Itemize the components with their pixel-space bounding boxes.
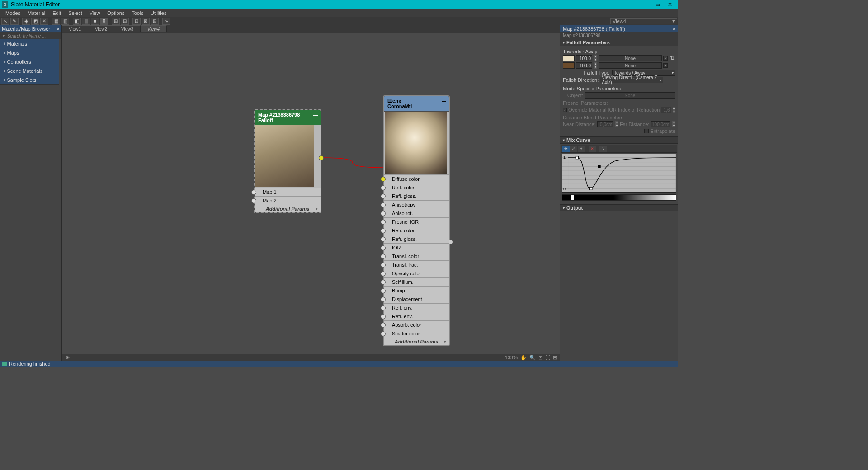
- panel-subtitle[interactable]: Map #2138386798: [560, 32, 678, 39]
- close-button[interactable]: ✕: [664, 0, 676, 9]
- menu-edit[interactable]: Edit: [49, 10, 65, 16]
- nav-icon[interactable]: ⊞: [553, 355, 557, 361]
- socket-icon[interactable]: [251, 190, 256, 195]
- category-materials[interactable]: + Materials: [0, 39, 59, 48]
- tool-icon[interactable]: ∿: [162, 18, 170, 25]
- nav-icon[interactable]: ✋: [520, 355, 527, 361]
- node-footer[interactable]: Additional Params: [384, 338, 449, 345]
- tool-icon[interactable]: ■: [91, 18, 99, 25]
- nav-icon[interactable]: 🔍: [529, 355, 536, 361]
- slot-refr-gloss-[interactable]: Refr. gloss.: [384, 235, 449, 243]
- curve-editor[interactable]: 1 0: [562, 154, 676, 193]
- slot-displacement[interactable]: Displacement: [384, 295, 449, 303]
- spinner-buttons[interactable]: ▴▾: [594, 62, 597, 69]
- slot-self-illum-[interactable]: Self illum.: [384, 277, 449, 286]
- map-button-1[interactable]: None: [599, 55, 662, 61]
- menu-modes[interactable]: Modes: [2, 10, 24, 16]
- slot-transl-frac-[interactable]: Transl. frac.: [384, 260, 449, 269]
- menu-material[interactable]: Material: [24, 10, 49, 16]
- category-controllers[interactable]: + Controllers: [0, 57, 59, 66]
- tool-icon[interactable]: ⊞: [151, 18, 159, 25]
- category-scene-materials[interactable]: + Scene Materials: [0, 66, 59, 75]
- navigator-icon[interactable]: ⛯: [65, 355, 71, 360]
- node-header[interactable]: Шелк CoronaMtl —: [384, 96, 449, 111]
- socket-icon[interactable]: [251, 198, 256, 203]
- output-socket[interactable]: [319, 155, 324, 160]
- socket-icon[interactable]: [381, 185, 386, 190]
- tool-icon[interactable]: ▒: [82, 18, 90, 25]
- slot-diffuse-color[interactable]: Diffuse color: [384, 174, 449, 183]
- menu-utilities[interactable]: Utilities: [147, 10, 170, 16]
- maximize-button[interactable]: ▭: [651, 0, 664, 9]
- socket-icon[interactable]: [381, 245, 386, 250]
- tool-icon[interactable]: ⊠: [142, 18, 150, 25]
- socket-icon[interactable]: [381, 323, 386, 328]
- falloff-direction-dropdown[interactable]: Viewing Directi...(Camera Z-Axis): [600, 77, 663, 83]
- menu-tools[interactable]: Tools: [128, 10, 147, 16]
- node-canvas[interactable]: Map #2138386798 Falloff — Map 1 Map 2 Ad…: [62, 33, 560, 361]
- color-swatch-1[interactable]: [563, 55, 575, 61]
- socket-icon[interactable]: [381, 331, 386, 336]
- tab-view2[interactable]: View2: [88, 25, 114, 32]
- curve-delete-icon[interactable]: ✕: [589, 146, 596, 152]
- slot-anisotropy[interactable]: Anisotropy: [384, 200, 449, 209]
- socket-icon[interactable]: [381, 314, 386, 319]
- socket-icon[interactable]: [381, 297, 386, 302]
- tab-view3[interactable]: View3: [114, 25, 141, 32]
- node-falloff[interactable]: Map #2138386798 Falloff — Map 1 Map 2 Ad…: [254, 109, 321, 213]
- checkbox-1[interactable]: ✓: [663, 56, 668, 61]
- rollout-output[interactable]: Output: [560, 204, 678, 212]
- swap-icon[interactable]: ⇅: [669, 55, 675, 61]
- socket-icon[interactable]: [381, 254, 386, 259]
- tab-view1[interactable]: View1: [62, 25, 88, 32]
- socket-icon[interactable]: [381, 194, 386, 199]
- category-sample-slots[interactable]: + Sample Slots: [0, 75, 59, 85]
- slot-refr-env-[interactable]: Refr. env.: [384, 312, 449, 320]
- color-swatch-2[interactable]: [563, 62, 575, 69]
- spinner-buttons[interactable]: ▴▾: [594, 55, 597, 61]
- nav-icon[interactable]: ⊡: [538, 355, 542, 361]
- slot-refr-color[interactable]: Refr. color: [384, 226, 449, 235]
- close-icon[interactable]: ×: [57, 26, 60, 32]
- slot-refl-color[interactable]: Refl. color: [384, 183, 449, 192]
- tool-icon[interactable]: ▥: [61, 18, 69, 25]
- slot-aniso-rot-[interactable]: Aniso rot.: [384, 209, 449, 217]
- slot-bump[interactable]: Bump: [384, 286, 449, 295]
- node-header[interactable]: Map #2138386798 Falloff —: [255, 110, 321, 125]
- slot-map2[interactable]: Map 2: [255, 196, 321, 205]
- assign-material-icon[interactable]: ◉: [22, 18, 30, 25]
- socket-icon[interactable]: [381, 228, 386, 233]
- slot-refl-gloss-[interactable]: Refl. gloss.: [384, 192, 449, 200]
- collapse-icon[interactable]: —: [313, 113, 318, 118]
- socket-icon[interactable]: [381, 271, 386, 276]
- category-maps[interactable]: + Maps: [0, 48, 59, 57]
- checkbox-2[interactable]: ✓: [663, 63, 668, 68]
- menu-select[interactable]: Select: [65, 10, 86, 16]
- tool-icon[interactable]: ⊡: [132, 18, 141, 25]
- arrow-tool-icon[interactable]: ↖: [1, 18, 9, 25]
- rollout-mix-curve[interactable]: Mix Curve: [560, 136, 678, 144]
- node-corona[interactable]: Шелк CoronaMtl — Diffuse colorRefl. colo…: [383, 95, 450, 346]
- rollout-falloff-parameters[interactable]: Falloff Parameters: [560, 39, 678, 46]
- tab-view4[interactable]: View4: [141, 25, 167, 32]
- curve-move-icon[interactable]: ✥: [562, 146, 570, 152]
- tool-icon[interactable]: 0: [100, 18, 108, 25]
- socket-icon[interactable]: [381, 202, 386, 207]
- socket-icon[interactable]: [381, 211, 386, 216]
- slot-fresnel-ior[interactable]: Fresnel IOR: [384, 217, 449, 226]
- delete-icon[interactable]: ✕: [40, 18, 48, 25]
- tool-icon[interactable]: ▦: [52, 18, 60, 25]
- tool-icon[interactable]: ◧: [73, 18, 81, 25]
- slot-refl-env-[interactable]: Refl. env.: [384, 303, 449, 312]
- spinner-2[interactable]: 100,0: [576, 62, 592, 69]
- socket-icon[interactable]: [381, 263, 386, 268]
- socket-icon[interactable]: [381, 220, 386, 225]
- layout-icon[interactable]: ⊞: [112, 18, 120, 25]
- node-footer[interactable]: Additional Params: [255, 205, 321, 212]
- menu-view[interactable]: View: [86, 10, 104, 16]
- slot-ior[interactable]: IOR: [384, 243, 449, 252]
- nav-icon[interactable]: ⛶: [545, 355, 550, 360]
- slot-absorb-color[interactable]: Absorb. color: [384, 320, 449, 329]
- tool-icon[interactable]: ◩: [31, 18, 39, 25]
- slot-map1[interactable]: Map 1: [255, 188, 321, 196]
